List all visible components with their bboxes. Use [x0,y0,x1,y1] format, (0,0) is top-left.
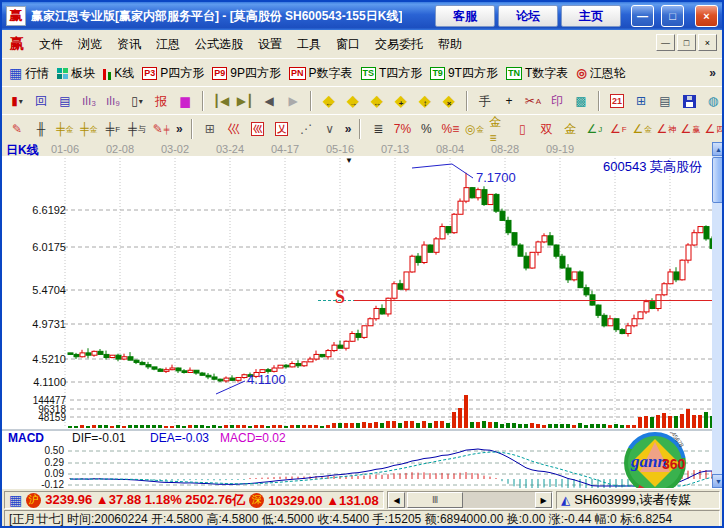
toolbar-t9-square-button[interactable]: T99T四方形 [427,61,501,85]
pan-right-button[interactable]: ◆→ [342,90,364,112]
child-restore-button[interactable]: □ [677,34,696,51]
toolbar-t-square-button[interactable]: TST四方形 [358,61,426,85]
toolbar-t-number-button[interactable]: TNT数字表 [503,61,571,85]
angle-si-button[interactable]: ∠四 [703,118,722,140]
gann-ruler-button[interactable]: ╪与 [126,118,148,140]
gann-figure-button[interactable]: 报 [150,90,172,112]
hscroll-right-arrow[interactable]: ▶ [535,492,552,508]
zoom-horizontal-button[interactable]: ◆↔ [366,90,388,112]
ruler-button[interactable]: ╫ [30,118,52,140]
date-tick-label: 09-19 [546,143,574,155]
gold-ruler-2-button[interactable]: ╪金 [78,118,100,140]
menu-资讯[interactable]: 资讯 [117,36,141,53]
save-button[interactable] [678,90,700,112]
chart-9-button[interactable]: ılı₉ [102,90,124,112]
fan-lines-button[interactable]: 巛 [223,118,245,140]
cut-tool-button[interactable]: ✂A [522,90,544,112]
zoom-reset-button[interactable]: ◆× [438,90,460,112]
draw-overflow-chevron[interactable]: » [176,122,183,136]
candle-pen-button[interactable]: ▯ [511,118,533,140]
pencil-ruler-button[interactable]: ✎╪ [150,118,172,140]
cross-box-button[interactable]: 乂 [271,118,293,140]
volume-profile-button[interactable]: ≣ [367,118,389,140]
toolbar-p9-square-button[interactable]: P99P四方形 [209,61,284,85]
application-window: 赢 赢家江恩专业版[赢家内部服务平台] - [莫高股份 SH600543-155… [0,0,724,528]
child-minimize-button[interactable]: — [656,34,675,51]
last-page-button[interactable]: ▶┃ [234,90,256,112]
pattern-window-button[interactable]: 回 [30,90,52,112]
percent-lines-button[interactable]: %≡ [439,118,461,140]
notepad-button[interactable]: ▤ [654,90,676,112]
calendar-button[interactable]: 21 [606,90,628,112]
maze-tool-button[interactable]: ▩ [570,90,592,112]
hscroll-left-arrow[interactable]: ◀ [388,492,405,508]
scroll-thumb[interactable] [712,157,724,203]
toolbar-p-square-button[interactable]: P3P四方形 [139,61,207,85]
calculator-button[interactable]: ⊞ [630,90,652,112]
menu-工具[interactable]: 工具 [297,36,321,53]
child-close-button[interactable]: × [698,34,717,51]
scroll-down-arrow[interactable]: ▼ [712,474,724,488]
toolbar-gann-wheel-button[interactable]: ◎江恩轮 [573,61,628,85]
menu-公式选股[interactable]: 公式选股 [195,36,243,53]
toolbar-quotes-button[interactable]: ▦行情 [6,61,52,85]
hand-tool-button[interactable]: 手 [474,90,496,112]
menu-江恩[interactable]: 江恩 [156,36,180,53]
toolbar-overflow-chevron[interactable]: » [709,66,716,80]
draw-overflow-chevron[interactable]: » [345,122,352,136]
quote-list-button[interactable]: ▤ [54,90,76,112]
box-window-button[interactable]: ⊞ [199,118,221,140]
gold-levels-button[interactable]: 金≡ [487,118,509,140]
zoom-in-button[interactable]: ◆+ [390,90,412,112]
percent-button[interactable]: % [415,118,437,140]
pan-left-button[interactable]: ◆← [318,90,340,112]
toolbar-p-number-button[interactable]: PNP数字表 [286,61,356,85]
wave-lines-button[interactable]: ∨ [319,118,341,140]
web-share-button[interactable]: ◍ [702,90,722,112]
page-prev-button[interactable]: ◀ [258,90,280,112]
menu-文件[interactable]: 文件 [39,36,63,53]
fib-ruler-button[interactable]: ╪F [102,118,124,140]
angle-gold-button[interactable]: ∠金 [631,118,653,140]
quick-button-1[interactable]: 客服 [435,5,495,27]
angle-set-button[interactable]: ⋰ [295,118,317,140]
angle-win-button[interactable]: ∠赢 [679,118,701,140]
crosshair-tool-button[interactable]: + [498,90,520,112]
draw-pencil-button[interactable]: ✎ [6,118,28,140]
angle-j-button[interactable]: ∠J [583,118,605,140]
quote-grid-icon[interactable]: ▦ [9,492,22,508]
restore-button[interactable]: □ [661,5,684,27]
gold-line-button[interactable]: 金 [559,118,581,140]
horizontal-scrollbar[interactable]: ◀ Ⅲ ▶ [387,491,553,509]
zoom-vertical-button[interactable]: ◆↕ [414,90,436,112]
angle-f-button[interactable]: ∠F [607,118,629,140]
vertical-scrollbar[interactable]: ▲ ▼ [712,142,724,488]
shuang-tool-button[interactable]: 双 [535,118,557,140]
first-page-button[interactable]: ┃◀ [210,90,232,112]
menu-帮助[interactable]: 帮助 [438,36,462,53]
candle-style-button[interactable]: ▯▾ [126,90,148,112]
menu-交易委托[interactable]: 交易委托 [375,36,423,53]
toolbar-label: 行情 [25,65,49,82]
color-histogram-button[interactable]: ▆ [174,90,196,112]
quick-button-3[interactable]: 主页 [561,5,621,27]
close-button[interactable]: × [695,5,718,27]
quick-button-2[interactable]: 论坛 [498,5,558,27]
page-next-button[interactable]: ▶ [282,90,304,112]
hscroll-thumb[interactable]: Ⅲ [407,492,463,508]
menu-窗口[interactable]: 窗口 [336,36,360,53]
menu-浏览[interactable]: 浏览 [78,36,102,53]
gold-ruler-1-button[interactable]: ╪金 [54,118,76,140]
scroll-up-arrow[interactable]: ▲ [712,142,724,156]
stamp-tool-button[interactable]: 印 [546,90,568,112]
gold-circle-button[interactable]: ◎金 [463,118,485,140]
toolbar-kline-button[interactable]: K线 [100,61,137,85]
minimize-button[interactable]: — [631,5,654,27]
toolbar-sectors-button[interactable]: 板块 [54,61,98,85]
kline-style-button[interactable]: ▮▾ [6,90,28,112]
fan-box-button[interactable]: 巛 [247,118,269,140]
percent-7-button[interactable]: 7% [391,118,413,140]
menu-设置[interactable]: 设置 [258,36,282,53]
angle-shen-button[interactable]: ∠神 [655,118,677,140]
chart-3-button[interactable]: ılı₃ [78,90,100,112]
